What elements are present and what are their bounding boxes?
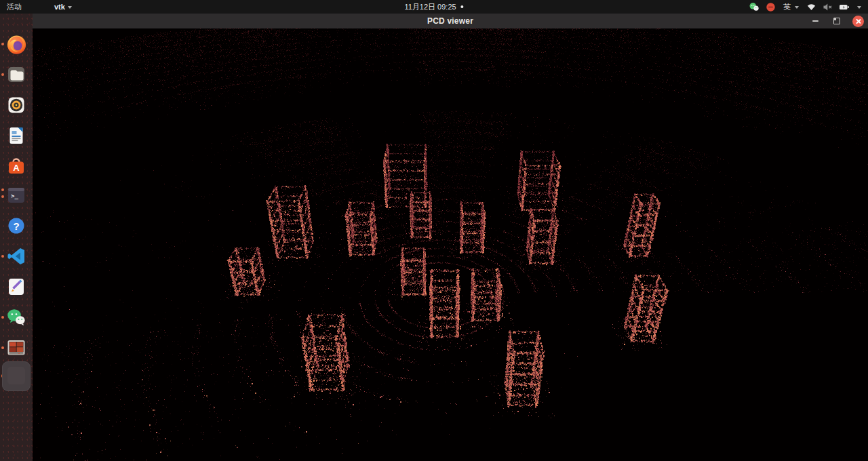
dock-item-vscode[interactable] bbox=[4, 244, 28, 268]
system-tray: 英 bbox=[749, 0, 865, 14]
red-window-icon bbox=[5, 337, 27, 359]
battery-icon bbox=[839, 0, 850, 14]
minimize-icon bbox=[812, 20, 818, 22]
restore-icon bbox=[833, 18, 840, 24]
chevron-down-icon bbox=[857, 6, 861, 9]
ubuntu-software-icon: A bbox=[5, 155, 27, 177]
vscode-icon bbox=[5, 245, 27, 267]
dock-item-firefox[interactable] bbox=[4, 32, 28, 56]
dock-item-rhythmbox[interactable] bbox=[4, 93, 28, 117]
dock-item-terminal[interactable]: >_ bbox=[4, 183, 28, 207]
firefox-icon bbox=[5, 33, 28, 56]
chevron-down-icon bbox=[68, 6, 72, 9]
point-cloud-viewport[interactable] bbox=[33, 28, 868, 461]
terminal-icon: >_ bbox=[5, 184, 27, 206]
maximize-button[interactable] bbox=[831, 15, 843, 27]
clock-button[interactable]: 11月12日 09:25 bbox=[400, 0, 467, 14]
dock-item-text-editor[interactable] bbox=[4, 275, 28, 299]
chevron-down-icon bbox=[795, 6, 799, 9]
close-icon bbox=[855, 18, 861, 24]
clock-label: 11月12日 09:25 bbox=[404, 2, 456, 12]
pcd-viewer-window: PCD viewer bbox=[33, 14, 868, 461]
do-not-disturb-icon[interactable] bbox=[766, 0, 776, 14]
input-method-indicator[interactable]: 英 bbox=[782, 0, 800, 14]
svg-text:>_: >_ bbox=[11, 193, 18, 199]
minimize-button[interactable] bbox=[809, 15, 821, 27]
input-method-label: 英 bbox=[783, 2, 791, 12]
generic-app-tile bbox=[7, 367, 25, 384]
app-menu-button[interactable]: vtk bbox=[47, 0, 79, 14]
text-editor-icon bbox=[5, 276, 27, 298]
wechat-icon bbox=[5, 306, 27, 328]
window-controls bbox=[809, 14, 864, 28]
window-title: PCD viewer bbox=[427, 16, 473, 26]
help-icon: ? bbox=[5, 215, 27, 237]
svg-text:A: A bbox=[13, 163, 20, 173]
wifi-icon bbox=[806, 0, 816, 14]
dock-item-files[interactable] bbox=[4, 62, 28, 87]
volume-muted-icon bbox=[823, 0, 833, 14]
dock: A >_ ? bbox=[0, 14, 33, 461]
notification-dot bbox=[461, 5, 464, 8]
top-bar: 活动 vtk 11月12日 09:25 bbox=[0, 0, 868, 14]
app-menu-label: vtk bbox=[54, 3, 65, 11]
system-menu-button[interactable] bbox=[856, 0, 863, 14]
wechat-tray-icon[interactable] bbox=[749, 0, 760, 14]
rhythmbox-icon bbox=[5, 94, 27, 116]
close-button[interactable] bbox=[852, 16, 864, 27]
writer-icon bbox=[5, 125, 27, 146]
svg-text:?: ? bbox=[13, 220, 19, 232]
dock-item-wechat[interactable] bbox=[4, 305, 28, 329]
dock-item-help[interactable]: ? bbox=[4, 214, 28, 238]
dock-item-red-window-preview[interactable] bbox=[4, 336, 28, 360]
desktop: 活动 vtk 11月12日 09:25 bbox=[0, 0, 868, 461]
activities-button[interactable]: 活动 bbox=[0, 0, 28, 14]
dock-item-ubuntu-software[interactable]: A bbox=[4, 154, 28, 178]
dock-item-pcd-viewer[interactable] bbox=[2, 361, 31, 391]
files-icon bbox=[5, 64, 27, 85]
title-bar[interactable]: PCD viewer bbox=[33, 14, 868, 28]
dock-item-libreoffice-writer[interactable] bbox=[4, 123, 28, 148]
